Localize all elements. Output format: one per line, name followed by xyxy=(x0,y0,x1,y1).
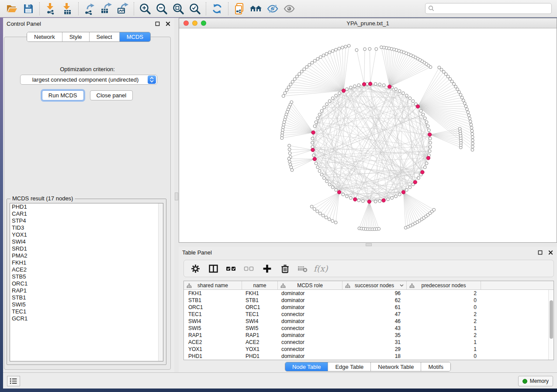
mcds-result-item[interactable]: ORC1 xyxy=(10,280,163,287)
zoom-in-button[interactable] xyxy=(137,1,153,16)
maximize-window-icon[interactable] xyxy=(201,21,206,26)
tab-select[interactable]: Select xyxy=(90,32,120,41)
table-row[interactable]: RAP1RAP1dominator352 xyxy=(184,332,548,339)
split-view-button[interactable] xyxy=(206,261,220,275)
mcds-result-item[interactable]: STP4 xyxy=(10,217,163,224)
table-row[interactable]: TEC1TEC1connector472 xyxy=(184,311,548,318)
tab-mcds[interactable]: MCDS xyxy=(120,32,150,41)
mcds-result-item[interactable]: TID3 xyxy=(10,224,163,231)
mcds-result-item[interactable]: FKH1 xyxy=(10,259,163,266)
close-panel-icon[interactable] xyxy=(547,249,554,255)
memory-button[interactable]: Memory xyxy=(518,376,553,386)
horizontal-splitter[interactable] xyxy=(179,243,557,247)
home-views-button[interactable] xyxy=(248,1,264,16)
network-document-button[interactable] xyxy=(231,1,248,16)
close-window-icon[interactable] xyxy=(183,21,189,26)
column-header-empty xyxy=(481,281,554,289)
network-canvas[interactable] xyxy=(179,28,557,242)
task-history-button[interactable] xyxy=(7,376,20,386)
run-mcds-button[interactable]: Run MCDS xyxy=(42,90,84,100)
result-list-scrollbar[interactable] xyxy=(158,203,163,361)
table-row[interactable]: YOX1YOX1connector291 xyxy=(184,346,548,353)
mcds-result-item[interactable]: SRD1 xyxy=(10,245,163,252)
search-input[interactable] xyxy=(425,3,552,14)
table-row[interactable]: PHD1PHD1dominator180 xyxy=(184,353,548,360)
mcds-result-item[interactable]: STB1 xyxy=(10,294,163,301)
import-table-button[interactable] xyxy=(59,1,76,16)
column-header-successor-nodes[interactable]: successor nodes xyxy=(343,281,407,289)
table-body: FKH1FKH1dominator962STB1STB1dominator620… xyxy=(184,290,548,360)
refresh-layout-button[interactable] xyxy=(209,1,225,16)
export-network-button[interactable] xyxy=(81,1,98,16)
cell-successor-nodes: 46 xyxy=(343,318,407,325)
table-row[interactable]: STB1STB1dominator620 xyxy=(184,297,548,304)
tab-node-table[interactable]: Node Table xyxy=(285,362,329,371)
main-toolbar xyxy=(0,0,557,17)
vertical-splitter[interactable] xyxy=(174,18,179,372)
tab-network-table[interactable]: Network Table xyxy=(371,362,421,371)
import-network-button[interactable] xyxy=(42,1,59,16)
network-titlebar[interactable]: YPA_prune.txt_1 xyxy=(179,18,557,28)
splitter-grip[interactable] xyxy=(175,193,178,200)
mcds-result-item[interactable]: PMA2 xyxy=(10,252,163,259)
mcds-result-item[interactable]: SWI5 xyxy=(10,301,163,308)
open-session-button[interactable] xyxy=(3,1,20,16)
mcds-result-item[interactable]: TEC1 xyxy=(10,308,163,315)
column-header-name[interactable]: name xyxy=(242,281,278,289)
table-row[interactable]: FKH1FKH1dominator962 xyxy=(184,290,548,297)
mcds-result-list[interactable]: PHD1CAR1STP4TID3YOX1SWI4SRD1PMA2FKH1ACE2… xyxy=(10,203,163,361)
trash-icon xyxy=(280,264,290,274)
minimize-window-icon[interactable] xyxy=(192,21,197,26)
memory-status-icon xyxy=(522,379,527,384)
tab-style[interactable]: Style xyxy=(62,32,90,41)
table-row[interactable]: ACE2ACE2connector311 xyxy=(184,339,548,346)
table-row[interactable]: ORC1ORC1dominator610 xyxy=(184,304,548,311)
criterion-dropdown[interactable]: largest connected component (undirected) xyxy=(20,75,157,85)
mcds-panel: Optimization criterion: largest connecte… xyxy=(4,37,171,370)
tab-edge-table[interactable]: Edge Table xyxy=(328,362,371,371)
select-all-rows-button[interactable] xyxy=(224,261,238,275)
column-header-predecessor-nodes[interactable]: predecessor nodes xyxy=(407,281,481,289)
show-all-button[interactable] xyxy=(281,1,298,16)
tab-motifs[interactable]: Motifs xyxy=(421,362,450,371)
zoom-fit-button[interactable] xyxy=(170,1,187,16)
cell-predecessor-nodes: 2 xyxy=(407,290,481,297)
mcds-result-item[interactable]: PHD1 xyxy=(10,203,163,210)
zoom-fit-icon xyxy=(172,3,184,15)
deselect-all-rows-button[interactable] xyxy=(242,261,256,275)
close-panel-button[interactable]: Close panel xyxy=(90,90,133,100)
save-session-button[interactable] xyxy=(20,1,37,16)
cell-MCDS-role: connector xyxy=(278,311,343,318)
delete-table-button[interactable] xyxy=(296,261,310,275)
close-panel-icon[interactable] xyxy=(165,21,171,27)
cell-shared-name: ACE2 xyxy=(184,339,242,346)
add-column-button[interactable] xyxy=(260,261,274,275)
table-row[interactable]: SWI4SWI4dominator462 xyxy=(184,318,548,325)
tab-network[interactable]: Network xyxy=(27,32,62,41)
cell-predecessor-nodes: 0 xyxy=(407,297,481,304)
function-builder-button[interactable]: f(x) xyxy=(314,261,328,275)
mcds-result-item[interactable]: SWI4 xyxy=(10,238,163,245)
mcds-result-item[interactable]: STB5 xyxy=(10,273,163,280)
table-scrollbar-thumb[interactable] xyxy=(550,300,553,339)
mcds-result-item[interactable]: RAP1 xyxy=(10,287,163,294)
mcds-result-item[interactable]: ACE2 xyxy=(10,266,163,273)
table-scrollbar[interactable] xyxy=(548,290,554,360)
delete-column-button[interactable] xyxy=(278,261,292,275)
table-settings-button[interactable] xyxy=(188,261,202,275)
mcds-result-item[interactable]: CAR1 xyxy=(10,210,163,217)
float-panel-icon[interactable] xyxy=(537,249,543,255)
zoom-selected-button[interactable] xyxy=(187,1,203,16)
export-image-button[interactable] xyxy=(114,1,131,16)
column-header-MCDS-role[interactable]: MCDS role xyxy=(278,281,343,289)
zoom-out-button[interactable] xyxy=(153,1,170,16)
float-panel-icon[interactable] xyxy=(154,21,160,27)
mcds-result-item[interactable]: YOX1 xyxy=(10,231,163,238)
splitter-grip[interactable] xyxy=(366,243,372,246)
mcds-result-item[interactable]: GCR1 xyxy=(10,315,163,322)
column-header-shared-name[interactable]: shared name xyxy=(184,281,242,289)
cell-predecessor-nodes: 1 xyxy=(407,346,481,353)
export-table-button[interactable] xyxy=(98,1,114,16)
hide-selected-button[interactable] xyxy=(264,1,281,16)
table-row[interactable]: SWI5SWI5connector431 xyxy=(184,325,548,332)
